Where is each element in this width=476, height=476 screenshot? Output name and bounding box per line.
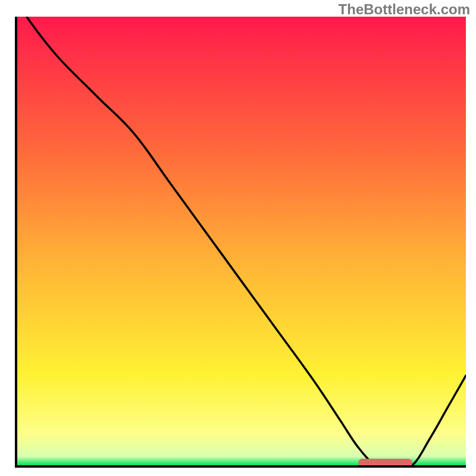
optimal-range-marker [358, 459, 412, 465]
watermark-text: TheBottleneck.com [339, 1, 470, 18]
plot-area [15, 17, 466, 468]
plot-inner [17, 17, 466, 465]
chart-container: TheBottleneck.com [0, 0, 476, 476]
bottleneck-curve [17, 17, 466, 465]
